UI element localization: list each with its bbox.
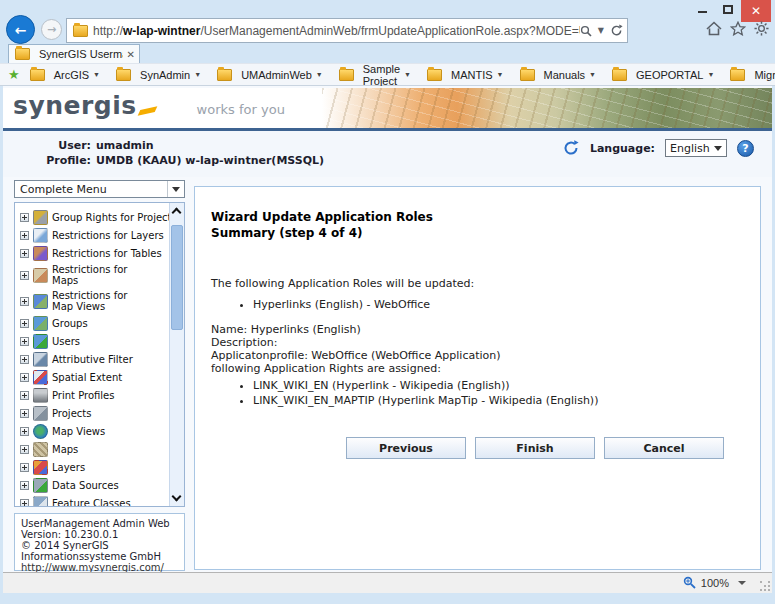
tree-item-print-profiles[interactable]: Print Profiles [20,386,169,404]
favorite-migration[interactable]: Migration▼ [728,69,775,81]
expand-icon[interactable] [20,249,29,258]
folder-icon [730,69,745,81]
wizard-panel: Wizard Update Application Roles Summary … [194,186,761,570]
expand-icon[interactable] [20,445,29,454]
tree-item-restrictions-map-views[interactable]: Restrictions for Map Views [20,288,169,314]
expand-icon[interactable] [20,355,29,364]
tab-close-icon[interactable]: ✕ [127,49,135,60]
reload-profile-icon[interactable] [562,139,580,157]
role-application-profile: Applicatonprofile: WebOffice (WebOffice … [211,349,742,362]
expand-icon[interactable] [20,231,29,240]
zoom-dropdown-icon[interactable] [738,581,746,585]
chevron-down-icon: ▼ [316,71,323,78]
app-header-banner: synergis works for you [3,88,772,128]
back-arrow-icon: ← [15,23,27,37]
help-button[interactable]: ? [737,140,754,157]
tree-item-layers[interactable]: Layers [20,458,169,476]
settings-gear-icon[interactable] [754,21,769,36]
language-select[interactable]: English [665,139,727,157]
expand-icon[interactable] [20,337,29,346]
select-caret-icon [172,187,180,192]
scroll-down-icon[interactable] [172,492,182,502]
feature-classes-icon [33,496,48,507]
url-text[interactable]: http://w-lap-wintner/UserManagementAdmin… [93,24,580,38]
tree-item-feature-classes[interactable]: Feature Classes [20,494,169,506]
zoom-control[interactable]: 100% [683,576,746,589]
menu-filter-select[interactable]: Complete Menu [14,180,185,198]
tab-strip: SynerGIS Usermanagement ... ✕ [0,44,775,63]
tree-item-users[interactable]: Users [20,332,169,350]
favorites-star-icon[interactable] [730,21,746,36]
favorite-synadmin[interactable]: SynAdmin▼ [114,69,201,81]
favorite-arcgis[interactable]: ArcGIS▼ [28,69,100,81]
forward-arrow-icon: → [47,24,56,35]
tab-favicon [15,48,30,60]
about-app-name: UserManagement Admin Web [21,518,178,529]
finish-button[interactable]: Finish [475,437,595,459]
favorite-umadminweb[interactable]: UMAdminWeb▼ [215,69,323,81]
expand-icon[interactable] [20,213,29,222]
profile-label: Profile: [33,154,91,167]
expand-icon[interactable] [20,271,29,280]
tree-item-groups[interactable]: Groups [20,314,169,332]
cancel-button[interactable]: Cancel [604,437,724,459]
tree-scrollbar[interactable] [169,203,184,506]
tree-item-group-rights[interactable]: Group Rights for Projects [20,208,169,226]
about-company: Informationssysteme GmbH [21,551,178,562]
synergis-logo: synergis [13,91,137,120]
tab-synergis-usermanagement[interactable]: SynerGIS Usermanagement ... ✕ [8,44,140,63]
assigned-rights-label: following Application Rights are assigne… [211,362,742,375]
address-dropdown-icon[interactable]: ▼ [598,26,604,35]
expand-icon[interactable] [20,499,29,507]
refresh-icon[interactable] [610,24,623,37]
add-favorite-icon[interactable]: ★ [8,67,20,82]
home-icon[interactable] [706,21,722,36]
assigned-rights-list: LINK_WIKI_EN (Hyperlink - Wikipedia (Eng… [253,379,742,407]
favorite-geoportal[interactable]: GEOPORTAL▼ [610,69,714,81]
browser-chrome: ← → http://w-lap-wintner/UserManagementA… [0,14,775,48]
browser-window: { "browser": { "url_scheme": "http://", … [0,0,775,604]
layers-icon [33,460,48,475]
account-strip: User: umadmin Profile: UMDB (KAAU) w-lap… [3,131,772,177]
expand-icon[interactable] [20,409,29,418]
favorite-manuals[interactable]: Manuals▼ [518,69,597,81]
folder-icon [612,69,627,81]
tree-item-restrictions-tables[interactable]: Restrictions for Tables [20,244,169,262]
restrictions-tables-icon [33,246,48,261]
search-icon[interactable] [580,25,592,37]
group-rights-icon [33,210,48,225]
forward-button[interactable]: → [41,19,62,40]
tree-item-projects[interactable]: Projects [20,404,169,422]
tree-item-spatial-extent[interactable]: Spatial Extent [20,368,169,386]
expand-icon[interactable] [20,427,29,436]
user-label: User: [33,139,91,152]
folder-icon [339,69,354,81]
tree-item-data-sources[interactable]: Data Sources [20,476,169,494]
tree-item-restrictions-layers[interactable]: Restrictions for Layers [20,226,169,244]
tree-item-restrictions-maps[interactable]: Restrictions for Maps [20,262,169,288]
favorite-sample-project[interactable]: Sample Project▼ [337,63,411,87]
tree-item-maps[interactable]: Maps [20,440,169,458]
navigation-tree: Group Rights for Projects Restrictions f… [14,202,185,507]
favorite-mantis[interactable]: MANTIS▼ [425,69,504,81]
previous-button[interactable]: Previous [346,437,466,459]
folder-icon [427,69,442,81]
address-bar[interactable]: http://w-lap-wintner/UserManagementAdmin… [66,18,628,43]
status-bar: 100% [3,572,772,593]
back-button[interactable]: ← [6,15,35,44]
expand-icon[interactable] [20,297,29,306]
expand-icon[interactable] [20,391,29,400]
expand-icon[interactable] [20,463,29,472]
resize-grip[interactable] [760,581,770,591]
expand-icon[interactable] [20,373,29,382]
chevron-down-icon: ▼ [194,71,201,78]
expand-icon[interactable] [20,319,29,328]
tree-item-map-views[interactable]: Map Views [20,422,169,440]
logo-tagline: works for you [197,102,285,117]
logo-swoosh-icon [137,106,157,115]
expand-icon[interactable] [20,481,29,490]
scrollbar-thumb[interactable] [171,225,183,330]
scroll-up-icon[interactable] [172,208,182,218]
tree-item-attributive-filter[interactable]: Attributive Filter [20,350,169,368]
restrictions-map-views-icon [33,294,48,309]
